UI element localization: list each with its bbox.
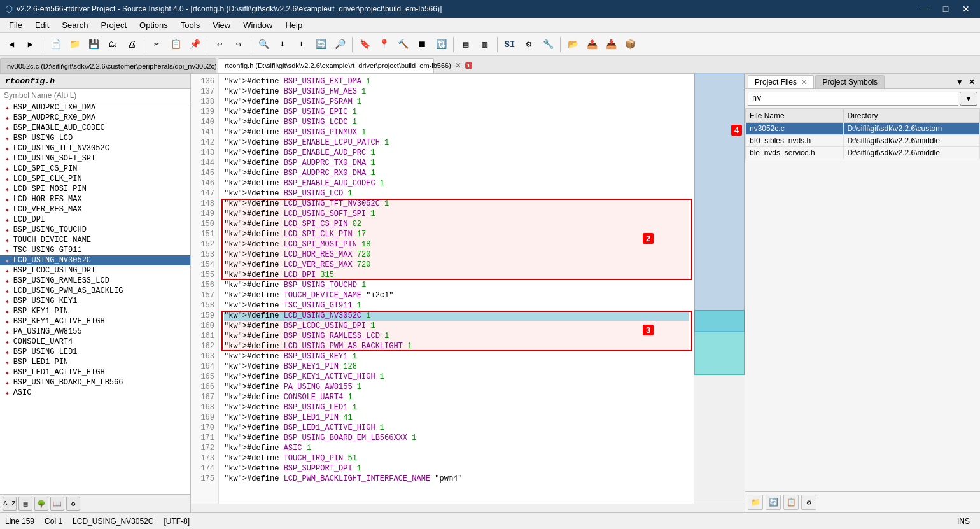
menu-search[interactable]: Search bbox=[55, 19, 94, 31]
toolbar-si[interactable]: SI bbox=[501, 36, 519, 53]
symbol-item[interactable]: ✦BSP_LED1_PIN bbox=[0, 357, 190, 367]
toolbar-paste[interactable]: 📌 bbox=[186, 36, 204, 53]
code-scroll-area[interactable]: 1361371381391401411421431441451461471481… bbox=[191, 74, 745, 504]
symbol-item[interactable]: ✦LCD_SPI_CS_PIN bbox=[0, 164, 190, 174]
toolbar-find-prev[interactable]: ⬆ bbox=[293, 36, 311, 53]
symbol-item[interactable]: ✦BSP_KEY1_PIN bbox=[0, 306, 190, 316]
right-tab-project-symbols[interactable]: Project Symbols bbox=[815, 75, 885, 88]
symbol-item[interactable]: ✦LCD_USING_PWM_AS_BACKLIG bbox=[0, 286, 190, 296]
symbol-item[interactable]: ✦BSP_USING_RAMLESS_LCD bbox=[0, 276, 190, 286]
toolbar-undo[interactable]: ↩ bbox=[211, 36, 228, 53]
symbol-item[interactable]: ✦BSP_LCDC_USING_DPI bbox=[0, 265, 190, 276]
close-button[interactable]: ✕ bbox=[957, 3, 975, 15]
toolbar-cut[interactable]: ✂ bbox=[148, 36, 165, 53]
symbol-search-input[interactable] bbox=[0, 89, 190, 102]
symbol-item[interactable]: ✦CONSOLE_UART4 bbox=[0, 337, 190, 347]
toolbar-back[interactable]: ◀ bbox=[3, 36, 20, 53]
symbol-item[interactable]: ✦TOUCH_DEVICE_NAME bbox=[0, 235, 190, 245]
toolbar-search[interactable]: 🔍 bbox=[255, 36, 272, 53]
toolbar-layout2[interactable]: ▥ bbox=[476, 36, 494, 53]
symbol-item[interactable]: ✦TSC_USING_GT911 bbox=[0, 245, 190, 255]
file-row[interactable]: nv3052c.cD:\sifli\git\sdk\v2.2.6\custom bbox=[746, 123, 980, 135]
toolbar-save-all[interactable]: 🗂 bbox=[104, 36, 122, 53]
settings-symbol-button[interactable]: ⚙ bbox=[66, 497, 80, 511]
symbol-item[interactable]: ✦LCD_VER_RES_MAX bbox=[0, 204, 190, 215]
code-line: "kw">#define BSP_USING_RAMLESS_LCD 1 bbox=[224, 331, 689, 341]
symbol-item[interactable]: ✦BSP_LED1_ACTIVE_HIGH bbox=[0, 367, 190, 377]
toolbar-options2[interactable]: 🔧 bbox=[539, 36, 557, 53]
h-scrollbar[interactable] bbox=[191, 504, 745, 512]
symbol-item[interactable]: ✦BSP_ENABLE_AUD_CODEC bbox=[0, 123, 190, 133]
toolbar-browse-fwd[interactable]: 📤 bbox=[583, 36, 601, 53]
toolbar-more2[interactable]: 📦 bbox=[621, 36, 639, 53]
symbol-item[interactable]: ✦BSP_KEY1_ACTIVE_HIGH bbox=[0, 316, 190, 327]
tab-nv3052c[interactable]: nv3052c.c (D:\sifli\git\sdk\v2.2.6\custo… bbox=[0, 58, 216, 73]
toolbar-forward[interactable]: ▶ bbox=[22, 36, 39, 53]
right-tool-2[interactable]: 🔄 bbox=[766, 495, 781, 510]
minimize-button[interactable]: — bbox=[916, 3, 934, 15]
symbol-item[interactable]: ✦BSP_AUDPRC_RX0_DMA bbox=[0, 113, 190, 123]
toolbar-build[interactable]: 🔨 bbox=[394, 36, 412, 53]
toolbar-more1[interactable]: 📥 bbox=[602, 36, 620, 53]
toolbar-open[interactable]: 📁 bbox=[66, 36, 83, 53]
tab-rtconfig-close[interactable]: ✕ bbox=[455, 61, 461, 70]
maximize-button[interactable]: □ bbox=[937, 3, 955, 15]
toolbar-find-next[interactable]: ⬇ bbox=[274, 36, 291, 53]
toolbar-layout1[interactable]: ▤ bbox=[457, 36, 475, 53]
toolbar-redo[interactable]: ↪ bbox=[230, 36, 248, 53]
menu-window[interactable]: Window bbox=[237, 19, 279, 31]
symbol-item[interactable]: ✦BSP_USING_BOARD_EM_LB566 bbox=[0, 377, 190, 388]
symbol-item[interactable]: ✦BSP_USING_LED1 bbox=[0, 347, 190, 357]
file-search-dropdown-btn[interactable]: ▼ bbox=[960, 92, 977, 106]
toolbar-bookmark[interactable]: 🔖 bbox=[356, 36, 374, 53]
menu-project[interactable]: Project bbox=[95, 19, 133, 31]
file-search-input[interactable] bbox=[748, 92, 958, 106]
menu-options[interactable]: Options bbox=[133, 19, 174, 31]
symbol-item[interactable]: ✦LCD_USING_SOFT_SPI bbox=[0, 153, 190, 164]
symbol-item[interactable]: ✦LCD_USING_NV3052C bbox=[0, 255, 190, 265]
menu-tools[interactable]: Tools bbox=[174, 19, 206, 31]
toolbar-replace[interactable]: 🔄 bbox=[312, 36, 330, 53]
minimap[interactable] bbox=[694, 74, 745, 504]
toolbar-print[interactable]: 🖨 bbox=[123, 36, 141, 53]
toolbar-copy[interactable]: 📋 bbox=[167, 36, 185, 53]
right-tab-files-close[interactable]: ✕ bbox=[801, 78, 807, 86]
toolbar-browse-back[interactable]: 📂 bbox=[564, 36, 582, 53]
tab-rtconfig[interactable]: rtconfig.h (D:\sifli\git\sdk\v2.2.6\exam… bbox=[218, 58, 434, 73]
right-panel-close[interactable]: ✕ bbox=[966, 76, 977, 88]
right-tool-1[interactable]: 📁 bbox=[748, 495, 763, 510]
right-tab-project-files[interactable]: Project Files ✕ bbox=[748, 75, 814, 88]
sort-az-button[interactable]: A-Z bbox=[3, 497, 17, 511]
symbol-item[interactable]: ✦LCD_HOR_RES_MAX bbox=[0, 194, 190, 204]
toolbar-grep[interactable]: 🔎 bbox=[331, 36, 349, 53]
filter-button[interactable]: ▤ bbox=[18, 497, 32, 511]
file-row[interactable]: bf0_sibles_nvds.hD:\sifli\git\sdk\v2.2.6… bbox=[746, 135, 980, 147]
menu-edit[interactable]: Edit bbox=[29, 19, 55, 31]
symbol-item[interactable]: ✦LCD_DPI bbox=[0, 215, 190, 225]
symbol-item[interactable]: ✦BSP_USING_LCD bbox=[0, 133, 190, 143]
tree-button[interactable]: 🌳 bbox=[34, 497, 48, 511]
right-tool-settings[interactable]: ⚙ bbox=[801, 495, 816, 510]
symbol-item[interactable]: ✦PA_USING_AW8155 bbox=[0, 327, 190, 337]
toolbar-prefs[interactable]: ⚙ bbox=[520, 36, 538, 53]
right-tool-3[interactable]: 📋 bbox=[783, 495, 799, 510]
symbol-item[interactable]: ✦LCD_USING_TFT_NV3052C bbox=[0, 143, 190, 153]
toolbar-bookmark-next[interactable]: 📍 bbox=[375, 36, 393, 53]
menu-help[interactable]: Help bbox=[279, 19, 309, 31]
toolbar-sync[interactable]: 🔃 bbox=[432, 36, 450, 53]
symbol-item[interactable]: ✦LCD_SPI_CLK_PIN bbox=[0, 174, 190, 184]
symbol-item[interactable]: ✦BSP_AUDPRC_TX0_DMA bbox=[0, 102, 190, 113]
toolbar-stop[interactable]: ⏹ bbox=[413, 36, 431, 53]
symbol-item[interactable]: ✦BSP_USING_KEY1 bbox=[0, 296, 190, 306]
file-row[interactable]: ble_nvds_service.hD:\sifli\git\sdk\v2.2.… bbox=[746, 147, 980, 159]
menu-file[interactable]: File bbox=[3, 19, 29, 31]
ref-button[interactable]: 📖 bbox=[50, 497, 64, 511]
right-panel-dropdown[interactable]: ▼ bbox=[953, 76, 966, 88]
toolbar-save[interactable]: 💾 bbox=[85, 36, 102, 53]
menu-view[interactable]: View bbox=[206, 19, 237, 31]
symbol-item[interactable]: ✦LCD_SPI_MOSI_PIN bbox=[0, 184, 190, 194]
status-symbol: LCD_USING_NV3052C bbox=[73, 517, 153, 526]
symbol-item[interactable]: ✦BSP_USING_TOUCHD bbox=[0, 225, 190, 235]
symbol-item[interactable]: ✦ASIC bbox=[0, 388, 190, 398]
toolbar-new[interactable]: 📄 bbox=[46, 36, 64, 53]
